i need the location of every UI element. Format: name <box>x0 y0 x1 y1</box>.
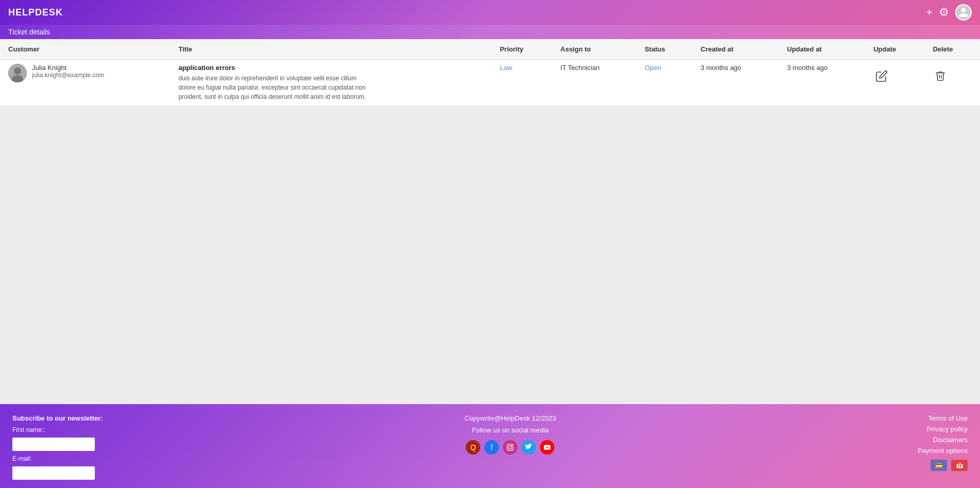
svg-rect-3 <box>508 444 514 450</box>
update-cell <box>865 60 924 106</box>
copyright-text: Copywrite@HelpDesk 12/2023 <box>464 414 556 422</box>
breadcrumb: Ticket details <box>0 25 980 39</box>
title-cell: application errors duis aute irure dolor… <box>170 60 492 106</box>
avatar <box>8 64 27 82</box>
email-label: E-mail: <box>12 455 103 462</box>
breadcrumb-text: Ticket details <box>8 28 50 36</box>
first-name-label: First name:: <box>12 426 103 433</box>
payment-link[interactable]: Payment options <box>918 447 968 455</box>
col-title: Title <box>170 39 492 60</box>
instagram-icon[interactable] <box>503 440 517 455</box>
svg-point-5 <box>512 445 513 446</box>
ticket-title: application errors <box>178 64 483 72</box>
payment-icons: 💳 📅 <box>931 460 968 471</box>
app-title: HELPDESK <box>8 7 63 18</box>
card-icon-2[interactable]: 📅 <box>951 460 968 471</box>
table-header-row: Customer Title Priority Assign to Status… <box>0 39 980 60</box>
youtube-icon[interactable] <box>540 440 554 455</box>
newsletter-label: Subscribe to our newsletter: <box>12 414 103 422</box>
footer-links: Terms of Use Privacy policy Disclaimers … <box>918 414 968 471</box>
customer-info: Julia Knight julia.knight@example.com <box>32 64 104 79</box>
created-at-value: 3 months ago <box>701 64 741 72</box>
col-created-at: Created at <box>692 39 779 60</box>
status-value: Open <box>645 64 661 72</box>
created-at-cell: 3 months ago <box>692 60 779 106</box>
col-priority: Priority <box>492 39 552 60</box>
card-icon-1[interactable]: 💳 <box>931 460 947 471</box>
disclaimers-link[interactable]: Disclaimers <box>933 436 968 444</box>
col-updated-at: Updated at <box>779 39 866 60</box>
col-customer: Customer <box>0 39 170 60</box>
footer-center: Copywrite@HelpDesk 12/2023 Follow us on … <box>464 414 556 455</box>
terms-link[interactable]: Terms of Use <box>928 414 968 422</box>
email-input[interactable] <box>12 466 95 480</box>
updated-at-value: 3 months ago <box>787 64 828 72</box>
svg-point-1 <box>14 67 21 75</box>
col-status: Status <box>636 39 692 60</box>
first-name-input[interactable] <box>12 438 95 451</box>
assign-to-cell: IT Technician <box>552 60 637 106</box>
social-icons: Q f <box>466 440 554 455</box>
customer-cell: Julia Knight julia.knight@example.com <box>0 60 170 106</box>
twitter-icon[interactable] <box>521 440 536 455</box>
quora-icon[interactable]: Q <box>466 440 480 455</box>
col-assign-to: Assign to <box>552 39 637 60</box>
ticket-description: duis aute irure dolor in reprehenderit i… <box>178 74 374 101</box>
header-actions: + ⚙ <box>926 4 972 21</box>
header: HELPDESK + ⚙ <box>0 0 980 25</box>
privacy-link[interactable]: Privacy policy <box>927 425 968 433</box>
assign-to-value: IT Technician <box>561 64 600 72</box>
footer: Subscribe to our newsletter: First name:… <box>0 404 980 488</box>
status-cell: Open <box>636 60 692 106</box>
newsletter-section: Subscribe to our newsletter: First name:… <box>12 414 103 480</box>
ticket-table: Customer Title Priority Assign to Status… <box>0 39 980 106</box>
svg-point-4 <box>509 446 512 449</box>
priority-value: Low <box>500 64 512 72</box>
delete-cell <box>924 60 980 106</box>
customer-email: julia.knight@example.com <box>32 72 104 79</box>
settings-button[interactable]: ⚙ <box>939 6 949 19</box>
user-avatar[interactable] <box>955 4 972 21</box>
priority-cell: Low <box>492 60 552 106</box>
col-update: Update <box>865 39 924 60</box>
facebook-icon[interactable]: f <box>484 440 499 455</box>
add-button[interactable]: + <box>926 6 933 19</box>
col-delete: Delete <box>924 39 980 60</box>
table-row: Julia Knight julia.knight@example.com ap… <box>0 60 980 106</box>
delete-button[interactable] <box>933 68 948 86</box>
updated-at-cell: 3 months ago <box>779 60 866 106</box>
update-icon-button[interactable] <box>873 68 890 87</box>
social-label: Follow us on social media <box>472 426 549 434</box>
main-content: Customer Title Priority Assign to Status… <box>0 39 980 404</box>
customer-name: Julia Knight <box>32 64 104 72</box>
